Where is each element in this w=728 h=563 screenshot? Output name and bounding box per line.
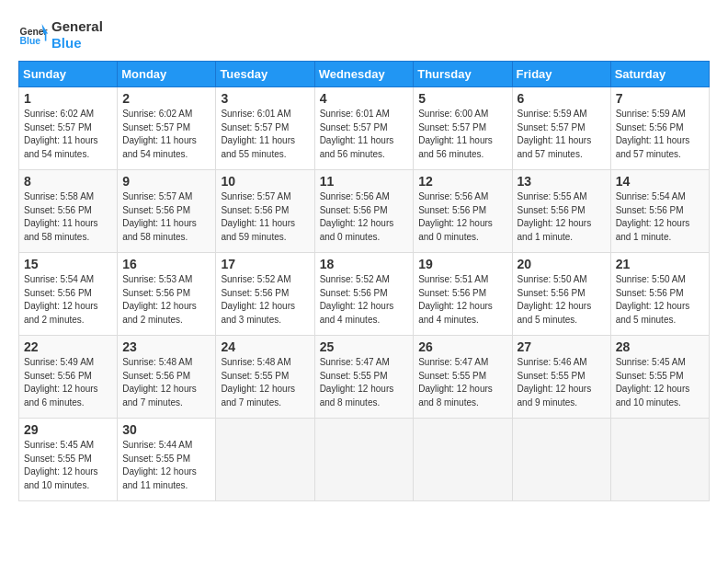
day-info: Sunrise: 5:55 AM Sunset: 5:56 PM Dayligh…	[518, 190, 606, 244]
calendar-day-cell: 16 Sunrise: 5:53 AM Sunset: 5:56 PM Dayl…	[118, 253, 216, 336]
calendar-day-cell: 17 Sunrise: 5:52 AM Sunset: 5:56 PM Dayl…	[216, 253, 314, 336]
day-info: Sunrise: 5:48 AM Sunset: 5:55 PM Dayligh…	[221, 356, 309, 409]
day-info: Sunrise: 5:58 AM Sunset: 5:56 PM Dayligh…	[24, 190, 112, 244]
day-number: 20	[518, 257, 606, 271]
day-number: 10	[221, 174, 309, 189]
calendar-day-cell: 4 Sunrise: 6:01 AM Sunset: 5:57 PM Dayli…	[314, 87, 414, 170]
calendar-day-cell: 3 Sunrise: 6:01 AM Sunset: 5:57 PM Dayli…	[216, 87, 314, 170]
day-info: Sunrise: 6:00 AM Sunset: 5:57 PM Dayligh…	[418, 108, 506, 161]
calendar-week-row: 29 Sunrise: 5:45 AM Sunset: 5:55 PM Dayl…	[19, 419, 710, 501]
day-number: 12	[418, 174, 506, 189]
calendar-day-cell: 21 Sunrise: 5:50 AM Sunset: 5:56 PM Dayl…	[610, 253, 709, 336]
day-number: 25	[320, 339, 409, 354]
day-info: Sunrise: 5:54 AM Sunset: 5:56 PM Dayligh…	[616, 190, 704, 244]
day-info: Sunrise: 5:59 AM Sunset: 5:56 PM Dayligh…	[616, 108, 704, 161]
day-number: 8	[24, 174, 112, 189]
calendar-day-cell: 6 Sunrise: 5:59 AM Sunset: 5:57 PM Dayli…	[512, 87, 610, 170]
calendar-day-cell: 1 Sunrise: 6:02 AM Sunset: 5:57 PM Dayli…	[19, 87, 118, 170]
empty-cell	[314, 419, 414, 501]
logo-general: General	[51, 18, 103, 35]
day-number: 9	[122, 174, 210, 189]
day-info: Sunrise: 5:56 AM Sunset: 5:56 PM Dayligh…	[418, 190, 506, 244]
calendar-day-cell: 5 Sunrise: 6:00 AM Sunset: 5:57 PM Dayli…	[414, 87, 512, 170]
day-number: 6	[518, 91, 606, 106]
day-info: Sunrise: 5:49 AM Sunset: 5:56 PM Dayligh…	[24, 356, 112, 409]
day-info: Sunrise: 5:45 AM Sunset: 5:55 PM Dayligh…	[616, 356, 704, 409]
calendar-week-row: 1 Sunrise: 6:02 AM Sunset: 5:57 PM Dayli…	[19, 87, 710, 170]
day-number: 3	[221, 91, 309, 106]
day-number: 7	[616, 91, 704, 106]
day-info: Sunrise: 5:57 AM Sunset: 5:56 PM Dayligh…	[221, 190, 309, 244]
calendar-day-cell: 14 Sunrise: 5:54 AM Sunset: 5:56 PM Dayl…	[610, 170, 709, 253]
day-info: Sunrise: 5:53 AM Sunset: 5:56 PM Dayligh…	[122, 273, 210, 327]
day-info: Sunrise: 5:44 AM Sunset: 5:55 PM Dayligh…	[122, 439, 210, 492]
day-info: Sunrise: 6:01 AM Sunset: 5:57 PM Dayligh…	[221, 108, 309, 161]
calendar-day-cell: 25 Sunrise: 5:47 AM Sunset: 5:55 PM Dayl…	[314, 336, 414, 419]
calendar-day-cell: 20 Sunrise: 5:50 AM Sunset: 5:56 PM Dayl…	[512, 253, 610, 336]
logo: General Blue General Blue	[18, 18, 103, 52]
day-info: Sunrise: 5:50 AM Sunset: 5:56 PM Dayligh…	[518, 273, 606, 327]
day-number: 15	[24, 257, 112, 271]
calendar-day-cell: 9 Sunrise: 5:57 AM Sunset: 5:56 PM Dayli…	[118, 170, 216, 253]
svg-text:Blue: Blue	[20, 36, 41, 46]
calendar-day-cell: 30 Sunrise: 5:44 AM Sunset: 5:55 PM Dayl…	[118, 419, 216, 501]
day-of-week-header: Tuesday	[216, 62, 314, 87]
logo-icon: General Blue	[18, 20, 48, 50]
calendar-day-cell: 12 Sunrise: 5:56 AM Sunset: 5:56 PM Dayl…	[414, 170, 512, 253]
day-info: Sunrise: 5:57 AM Sunset: 5:56 PM Dayligh…	[122, 190, 210, 244]
day-number: 14	[616, 174, 704, 189]
day-info: Sunrise: 6:02 AM Sunset: 5:57 PM Dayligh…	[122, 108, 210, 161]
day-of-week-header: Monday	[118, 62, 216, 87]
empty-cell	[216, 419, 314, 501]
day-number: 26	[418, 339, 506, 354]
empty-cell	[512, 419, 610, 501]
calendar-table: SundayMondayTuesdayWednesdayThursdayFrid…	[18, 61, 710, 501]
calendar-day-cell: 27 Sunrise: 5:46 AM Sunset: 5:55 PM Dayl…	[512, 336, 610, 419]
day-number: 2	[122, 91, 210, 106]
calendar-day-cell: 23 Sunrise: 5:48 AM Sunset: 5:56 PM Dayl…	[118, 336, 216, 419]
logo-blue: Blue	[51, 35, 103, 52]
day-number: 30	[122, 422, 210, 437]
day-of-week-header: Thursday	[414, 62, 512, 87]
calendar-day-cell: 28 Sunrise: 5:45 AM Sunset: 5:55 PM Dayl…	[610, 336, 709, 419]
day-info: Sunrise: 5:47 AM Sunset: 5:55 PM Dayligh…	[418, 356, 506, 409]
day-number: 24	[221, 339, 309, 354]
day-info: Sunrise: 5:51 AM Sunset: 5:56 PM Dayligh…	[418, 273, 506, 327]
calendar-day-cell: 24 Sunrise: 5:48 AM Sunset: 5:55 PM Dayl…	[216, 336, 314, 419]
day-number: 1	[24, 91, 112, 106]
calendar-week-row: 22 Sunrise: 5:49 AM Sunset: 5:56 PM Dayl…	[19, 336, 710, 419]
calendar-day-cell: 8 Sunrise: 5:58 AM Sunset: 5:56 PM Dayli…	[19, 170, 118, 253]
calendar-day-cell: 26 Sunrise: 5:47 AM Sunset: 5:55 PM Dayl…	[414, 336, 512, 419]
calendar-day-cell: 19 Sunrise: 5:51 AM Sunset: 5:56 PM Dayl…	[414, 253, 512, 336]
calendar-day-cell: 15 Sunrise: 5:54 AM Sunset: 5:56 PM Dayl…	[19, 253, 118, 336]
day-info: Sunrise: 5:52 AM Sunset: 5:56 PM Dayligh…	[221, 273, 309, 327]
day-info: Sunrise: 5:46 AM Sunset: 5:55 PM Dayligh…	[518, 356, 606, 409]
day-number: 4	[320, 91, 409, 106]
calendar-day-cell: 10 Sunrise: 5:57 AM Sunset: 5:56 PM Dayl…	[216, 170, 314, 253]
day-info: Sunrise: 6:02 AM Sunset: 5:57 PM Dayligh…	[24, 108, 112, 161]
calendar-day-cell: 22 Sunrise: 5:49 AM Sunset: 5:56 PM Dayl…	[19, 336, 118, 419]
day-of-week-header: Saturday	[610, 62, 709, 87]
calendar-day-cell: 13 Sunrise: 5:55 AM Sunset: 5:56 PM Dayl…	[512, 170, 610, 253]
day-number: 5	[418, 91, 506, 106]
day-of-week-header: Sunday	[19, 62, 118, 87]
day-number: 28	[616, 339, 704, 354]
day-number: 16	[122, 257, 210, 271]
day-number: 17	[221, 257, 309, 271]
day-number: 19	[418, 257, 506, 271]
calendar-day-cell: 2 Sunrise: 6:02 AM Sunset: 5:57 PM Dayli…	[118, 87, 216, 170]
calendar-day-cell: 7 Sunrise: 5:59 AM Sunset: 5:56 PM Dayli…	[610, 87, 709, 170]
day-number: 23	[122, 339, 210, 354]
day-number: 11	[320, 174, 409, 189]
day-of-week-header: Friday	[512, 62, 610, 87]
day-number: 18	[320, 257, 409, 271]
calendar-header: SundayMondayTuesdayWednesdayThursdayFrid…	[19, 62, 710, 87]
day-info: Sunrise: 5:48 AM Sunset: 5:56 PM Dayligh…	[122, 356, 210, 409]
calendar-week-row: 8 Sunrise: 5:58 AM Sunset: 5:56 PM Dayli…	[19, 170, 710, 253]
day-info: Sunrise: 5:56 AM Sunset: 5:56 PM Dayligh…	[320, 190, 409, 244]
day-info: Sunrise: 6:01 AM Sunset: 5:57 PM Dayligh…	[320, 108, 409, 161]
day-of-week-header: Wednesday	[314, 62, 414, 87]
day-info: Sunrise: 5:52 AM Sunset: 5:56 PM Dayligh…	[320, 273, 409, 327]
day-number: 29	[24, 422, 112, 437]
page-header: General Blue General Blue	[18, 18, 710, 52]
